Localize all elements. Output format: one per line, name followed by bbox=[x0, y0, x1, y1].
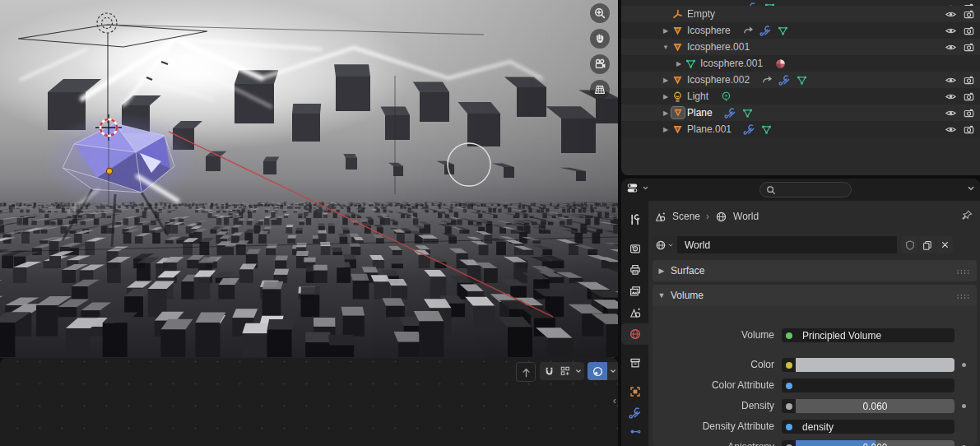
camera-view-button[interactable] bbox=[590, 54, 610, 74]
object-name[interactable]: Icosphere.002 bbox=[687, 74, 750, 86]
expand-triangle[interactable]: ▶ bbox=[661, 27, 671, 35]
hide-viewport-eye-icon[interactable] bbox=[945, 8, 957, 21]
expand-triangle[interactable]: ▼ bbox=[661, 44, 671, 51]
world-name-field[interactable]: World bbox=[653, 236, 897, 253]
rendered-shading-button[interactable] bbox=[588, 362, 607, 380]
modifier-wrench-icon[interactable] bbox=[724, 107, 736, 119]
editor-type-button[interactable] bbox=[625, 181, 650, 195]
outliner-row-plane001[interactable]: ▶ Plane.001 bbox=[621, 121, 980, 137]
object-name[interactable]: Icosphere bbox=[687, 25, 731, 36]
anisotropy-value[interactable]: 0.000 bbox=[862, 442, 887, 446]
mesh-data-icon[interactable] bbox=[777, 25, 789, 37]
disable-render-camera-icon[interactable] bbox=[963, 41, 975, 53]
animate-dot[interactable] bbox=[962, 363, 966, 367]
mesh-data-icon[interactable] bbox=[741, 107, 754, 119]
tab-output[interactable] bbox=[621, 259, 648, 281]
hide-viewport-eye-icon[interactable] bbox=[945, 107, 957, 119]
hide-viewport-eye-icon[interactable] bbox=[945, 74, 957, 86]
mesh-data-icon[interactable] bbox=[796, 74, 808, 86]
orthographic-toggle-button[interactable] bbox=[590, 80, 610, 100]
disable-render-camera-icon[interactable] bbox=[963, 74, 975, 86]
outliner-row-icosphere001-data[interactable]: ▶ Icosphere.001 bbox=[621, 55, 980, 72]
zoom-button[interactable] bbox=[590, 3, 610, 23]
volume-shader-field[interactable]: Principled Volume bbox=[782, 328, 954, 342]
expand-triangle[interactable]: ▶ bbox=[661, 93, 671, 100]
expand-triangle[interactable]: ▶ bbox=[661, 126, 671, 133]
disable-render-camera-icon[interactable] bbox=[963, 123, 975, 136]
tab-physics[interactable] bbox=[621, 424, 648, 445]
outliner-row-light[interactable]: ▶ Light bbox=[621, 88, 980, 105]
outliner[interactable]: Empty ▶ Icosphere bbox=[621, 0, 980, 175]
proportional-edit-button[interactable] bbox=[516, 362, 536, 382]
snap-toggle-button[interactable] bbox=[540, 362, 558, 380]
color-attribute-field[interactable] bbox=[782, 379, 954, 393]
sidebar-collapse-arrow[interactable]: ‹ bbox=[613, 394, 616, 407]
hide-viewport-eye-icon[interactable] bbox=[945, 91, 957, 103]
tab-object[interactable] bbox=[621, 381, 648, 402]
density-attribute-value[interactable]: density bbox=[802, 421, 834, 433]
disable-render-camera-icon[interactable] bbox=[963, 25, 975, 37]
outliner-row-plane-active[interactable]: ▶ Plane bbox=[621, 105, 980, 121]
modifier-wrench-icon[interactable] bbox=[778, 74, 791, 86]
tab-tool[interactable] bbox=[621, 209, 648, 230]
modifier-wrench-icon[interactable] bbox=[759, 25, 772, 37]
outliner-row-clipped[interactable] bbox=[621, 0, 980, 6]
tab-view-layer[interactable] bbox=[621, 281, 648, 302]
volume-shader-value[interactable]: Principled Volume bbox=[802, 330, 881, 341]
object-name[interactable]: Light bbox=[687, 91, 708, 102]
header-options-dropdown[interactable] bbox=[965, 183, 977, 194]
light-data-icon[interactable] bbox=[720, 91, 732, 103]
3d-viewport[interactable] bbox=[0, 0, 618, 358]
pan-button[interactable] bbox=[590, 29, 610, 49]
tab-world-active[interactable] bbox=[621, 323, 648, 345]
tab-render[interactable] bbox=[621, 238, 648, 259]
object-name[interactable]: Plane.001 bbox=[687, 123, 732, 135]
constraint-icon[interactable] bbox=[761, 74, 773, 86]
snap-mode-button[interactable] bbox=[558, 362, 573, 380]
world-datablock-name[interactable]: World bbox=[685, 239, 710, 251]
anisotropy-slider[interactable]: 0.000 bbox=[782, 440, 954, 446]
disable-render-camera-icon[interactable] bbox=[963, 107, 975, 119]
browse-world-button[interactable] bbox=[653, 236, 677, 253]
new-copy-button[interactable] bbox=[919, 236, 936, 253]
hide-viewport-eye-icon[interactable] bbox=[945, 25, 957, 37]
disable-render-camera-icon[interactable] bbox=[963, 91, 975, 103]
modifier-wrench-icon[interactable] bbox=[743, 123, 755, 136]
outliner-row-icosphere002[interactable]: ▶ Icosphere.002 bbox=[621, 72, 980, 88]
density-attribute-field[interactable]: density bbox=[782, 420, 954, 434]
expand-triangle[interactable]: ▶ bbox=[674, 60, 684, 67]
animate-dot[interactable] bbox=[962, 404, 966, 408]
material-icon[interactable] bbox=[774, 58, 787, 70]
disable-render-camera-icon[interactable] bbox=[963, 8, 975, 21]
panel-drag-grip[interactable] bbox=[956, 294, 970, 299]
shader-node-editor[interactable]: ‹ bbox=[0, 358, 618, 446]
density-slider[interactable]: 0.060 bbox=[782, 399, 954, 413]
surface-panel-header[interactable]: ▶ Surface bbox=[653, 260, 977, 281]
panel-drag-grip[interactable] bbox=[956, 269, 970, 274]
tab-scene[interactable] bbox=[621, 302, 648, 323]
expand-triangle[interactable]: ▶ bbox=[661, 109, 671, 117]
fake-user-button[interactable] bbox=[902, 236, 918, 253]
density-value[interactable]: 0.060 bbox=[862, 401, 887, 412]
hide-viewport-eye-icon[interactable] bbox=[945, 123, 957, 136]
mesh-data-name[interactable]: Icosphere.001 bbox=[700, 58, 763, 69]
object-name[interactable]: Plane bbox=[687, 107, 713, 118]
unlink-button[interactable] bbox=[936, 236, 953, 253]
color-swatch[interactable] bbox=[796, 358, 954, 372]
tab-collection[interactable] bbox=[621, 352, 648, 374]
outliner-row-icosphere[interactable]: ▶ Icosphere bbox=[621, 22, 980, 39]
shading-options-dropdown[interactable] bbox=[607, 362, 619, 380]
mesh-data-icon[interactable] bbox=[760, 123, 773, 136]
color-field[interactable] bbox=[782, 358, 954, 372]
volume-panel-header[interactable]: ▼ Volume bbox=[653, 285, 977, 306]
hide-viewport-eye-icon[interactable] bbox=[945, 41, 957, 53]
tab-modifiers[interactable] bbox=[621, 402, 648, 424]
pin-id-button[interactable] bbox=[961, 209, 973, 221]
outliner-row-icosphere001[interactable]: ▼ Icosphere.001 bbox=[621, 39, 980, 55]
object-name[interactable]: Icosphere.001 bbox=[687, 41, 750, 53]
outliner-row-empty[interactable]: Empty bbox=[621, 6, 980, 22]
expand-triangle[interactable]: ▶ bbox=[661, 77, 671, 84]
breadcrumb-world[interactable]: World bbox=[733, 211, 759, 222]
constraint-icon[interactable] bbox=[742, 25, 755, 37]
properties-search-input[interactable] bbox=[759, 182, 852, 197]
